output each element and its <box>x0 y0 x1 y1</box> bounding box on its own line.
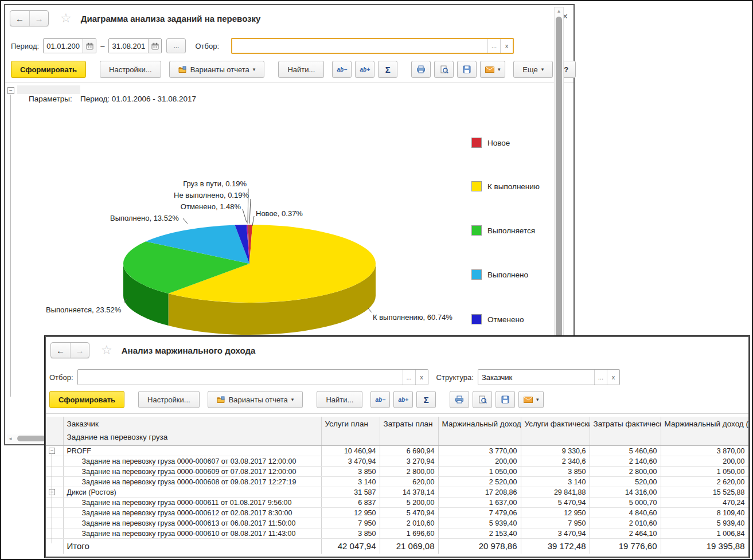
value-cell: 2 800,00 <box>590 467 661 477</box>
save-icon <box>501 395 509 404</box>
value-cell: 1 696,60 <box>380 528 438 539</box>
value-cell: 21 069,08 <box>380 539 438 554</box>
envelope-icon <box>524 397 533 403</box>
legend-swatch <box>471 314 482 324</box>
legend-item: К выполнению <box>471 181 540 191</box>
filter-label: Отбор: <box>49 373 73 382</box>
tree-cell <box>46 518 63 528</box>
table-row[interactable]: Задание на перевозку груза 0000-000608 о… <box>46 477 748 487</box>
send-mail-button[interactable]: ▾ <box>518 391 544 408</box>
value-cell: 14 316,00 <box>590 487 661 498</box>
value-cell: 5 470,94 <box>380 508 438 518</box>
row-name-cell: Задание на перевозку груза 0000-000612 о… <box>63 508 321 518</box>
report-variants-icon <box>217 396 225 404</box>
generate-button[interactable]: Сформировать <box>49 391 124 408</box>
vertical-scroll-thumb[interactable] <box>556 17 562 338</box>
filter-input[interactable] <box>78 370 403 385</box>
preview-icon <box>478 395 487 404</box>
tree-cell <box>46 498 63 508</box>
row-name-cell: Задание на перевозку груза 0000-000610 о… <box>63 528 321 539</box>
structure-clear-button[interactable]: x <box>607 370 619 385</box>
legend-swatch <box>471 269 482 280</box>
table-row[interactable]: Задание на перевозку груза 0000-000607 о… <box>46 456 748 467</box>
value-cell: 4 840,60 <box>590 508 661 518</box>
filter-clear-button[interactable]: x <box>415 370 428 385</box>
scroll-left-icon[interactable]: ◄ <box>8 436 13 441</box>
tree-cell <box>46 467 63 477</box>
table-row[interactable]: Задание на перевозку груза 0000-000612 о… <box>46 508 748 518</box>
value-cell: 2 620,00 <box>661 477 748 487</box>
value-cell: 3 140 <box>521 477 590 487</box>
column-header[interactable]: Маржинальный доход (факт) <box>661 417 748 446</box>
filter-field: ... x <box>77 369 428 385</box>
value-cell: 8 109,40 <box>661 508 748 518</box>
column-header-customer[interactable]: Заказчик Задание на перевозку груза <box>63 417 321 446</box>
value-cell: 3 850 <box>521 467 590 477</box>
value-cell: 31 587 <box>321 487 380 498</box>
expand-groups-icon: ab+ <box>399 397 409 403</box>
pie-label-vypolnyaetsya: Выполняется, 23.52% <box>46 306 121 314</box>
favorite-star-icon[interactable]: ☆ <box>101 344 112 357</box>
row-name-cell: Задание на перевозку груза 0000-000611 о… <box>63 498 321 508</box>
column-header[interactable]: Услуги фактические <box>521 417 590 446</box>
save-button[interactable] <box>496 391 515 408</box>
value-cell: 2 010,60 <box>590 518 661 528</box>
back-button[interactable]: ← <box>51 343 70 358</box>
pie-label-ne-vypolneno: Не выполнено, 0.19% <box>174 191 249 199</box>
table-tree-line <box>52 453 52 543</box>
window2-title: Анализ маржинального дохода <box>122 346 256 355</box>
value-cell: 15 525,88 <box>661 487 748 498</box>
collapse-groups-button[interactable]: ab− <box>370 391 390 408</box>
value-cell: 3 270,94 <box>380 456 438 467</box>
table-row[interactable]: Задание на перевозку груза 0000-000613 о… <box>46 518 748 528</box>
printer-icon <box>455 395 464 404</box>
structure-input[interactable] <box>478 370 594 385</box>
structure-choose-button[interactable]: ... <box>594 370 607 385</box>
value-cell: 7 950 <box>321 518 380 528</box>
value-cell: 1 050,00 <box>438 467 521 477</box>
tree-cell <box>46 456 63 467</box>
value-cell: 3 870,00 <box>661 446 748 456</box>
table-row[interactable]: −Дикси (Ростов)31 58714 378,1417 208,862… <box>46 487 748 498</box>
column-header[interactable]: Затраты фактические <box>590 417 661 446</box>
scroll-up-icon[interactable]: ▲ <box>555 9 563 14</box>
expand-groups-button[interactable]: ab+ <box>393 391 413 408</box>
value-cell: 3 470,94 <box>321 456 380 467</box>
report-variants-label: Варианты отчета <box>229 395 288 404</box>
value-cell: 7 479,06 <box>438 508 521 518</box>
find-button[interactable]: Найти... <box>317 391 362 408</box>
legend-label: К выполнению <box>487 182 540 191</box>
value-cell: 1 050,00 <box>661 467 748 477</box>
collapse-groups-icon: ab− <box>376 397 386 403</box>
value-cell: 12 950 <box>521 508 590 518</box>
value-cell: 42 047,94 <box>321 539 380 554</box>
value-cell: 5 200,00 <box>380 498 438 508</box>
value-cell: 6 837 <box>321 498 380 508</box>
value-cell: 5 939,40 <box>661 518 748 528</box>
table-header-row: Заказчик Задание на перевозку груза Услу… <box>46 417 748 446</box>
column-header[interactable]: Маржинальный доход (план) <box>438 417 521 446</box>
print-button[interactable] <box>450 391 469 408</box>
filter-choose-button[interactable]: ... <box>403 370 415 385</box>
header-line1: Заказчик <box>67 418 318 430</box>
tree-cell <box>46 477 63 487</box>
table-row[interactable]: Задание на перевозку груза 0000-000609 о… <box>46 467 748 477</box>
preview-button[interactable] <box>473 391 492 408</box>
value-cell: 3 140 <box>321 477 380 487</box>
totals-button[interactable]: Σ <box>416 391 436 408</box>
settings-button[interactable]: Настройки... <box>138 391 200 408</box>
column-header[interactable]: Услуги план <box>321 417 380 446</box>
value-cell: 20 978,86 <box>438 539 521 554</box>
table-row[interactable]: −PROFF10 460,946 690,943 770,009 330,65 … <box>46 446 748 456</box>
forward-button[interactable]: → <box>70 343 89 358</box>
value-cell: 520,00 <box>590 477 661 487</box>
tree-column-header <box>46 417 63 446</box>
column-header[interactable]: Затраты план <box>380 417 438 446</box>
table-row[interactable]: Задание на перевозку груза 0000-000611 о… <box>46 498 748 508</box>
table-row[interactable]: Итого42 047,9421 069,0820 978,8639 172,4… <box>46 539 748 554</box>
report-variants-button[interactable]: Варианты отчета ▾ <box>208 391 303 408</box>
value-cell: 2 520,00 <box>438 477 521 487</box>
table-row[interactable]: Задание на перевозку груза 0000-000610 о… <box>46 528 748 539</box>
value-cell: 10 460,94 <box>321 446 380 456</box>
value-cell: 5 000,70 <box>590 498 661 508</box>
